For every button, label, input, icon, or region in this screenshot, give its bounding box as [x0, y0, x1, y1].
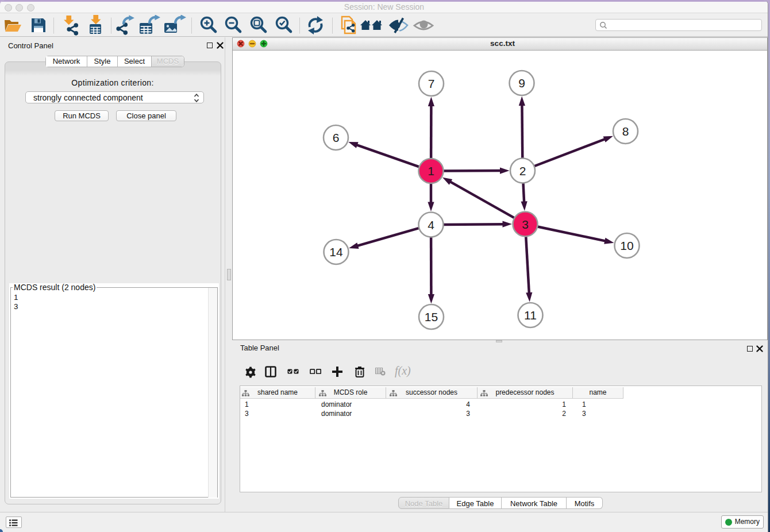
svg-text:14: 14: [329, 245, 343, 259]
svg-text:15: 15: [425, 310, 438, 323]
svg-text:1: 1: [428, 164, 434, 178]
svg-text:8: 8: [622, 125, 629, 138]
svg-text:3: 3: [522, 218, 529, 231]
svg-text:6: 6: [333, 131, 340, 144]
svg-text:9: 9: [518, 76, 525, 90]
svg-text:7: 7: [428, 77, 435, 90]
svg-text:11: 11: [524, 309, 537, 322]
svg-text:2: 2: [519, 164, 526, 178]
svg-text:4: 4: [428, 218, 434, 232]
svg-text:10: 10: [620, 239, 633, 252]
